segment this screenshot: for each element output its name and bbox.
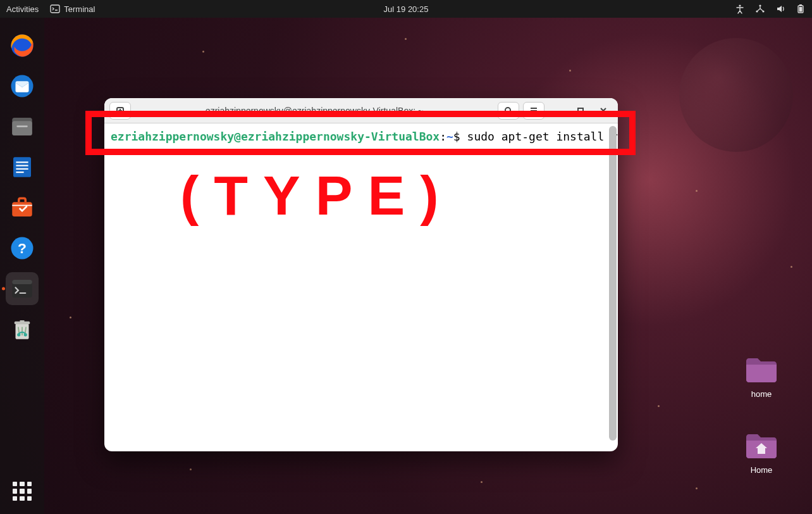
- dock-help[interactable]: ?: [6, 232, 39, 265]
- close-button[interactable]: [594, 102, 613, 120]
- show-applications-button[interactable]: [6, 475, 39, 508]
- maximize-icon: [577, 107, 584, 115]
- maximize-button[interactable]: [571, 102, 590, 120]
- window-title: ezriahzippernowsky@ezriahzippernowsky-Vi…: [131, 106, 498, 116]
- help-icon: ?: [9, 235, 35, 261]
- close-icon: [600, 107, 607, 115]
- folder-icon: [744, 354, 779, 384]
- battery-icon[interactable]: [796, 4, 806, 14]
- titlebar[interactable]: ezriahzippernowsky@ezriahzippernowsky-Vi…: [104, 98, 618, 123]
- running-indicator: [2, 287, 5, 291]
- prompt-path: ~: [446, 130, 453, 143]
- thunderbird-icon: [9, 73, 35, 99]
- dock-trash[interactable]: [6, 313, 39, 346]
- new-tab-button[interactable]: [109, 102, 131, 120]
- dock-files[interactable]: [6, 110, 39, 143]
- svg-rect-0: [51, 5, 59, 13]
- terminal-icon: [50, 4, 60, 14]
- wallpaper-planet: [679, 38, 793, 152]
- files-icon: [9, 113, 35, 140]
- dock-terminal[interactable]: [6, 272, 39, 305]
- search-button[interactable]: [498, 102, 519, 120]
- desktop-folder-label: Home: [736, 465, 787, 475]
- volume-icon[interactable]: [775, 4, 785, 14]
- svg-rect-7: [799, 7, 803, 12]
- minimize-icon: [554, 107, 562, 115]
- terminal-scrollbar[interactable]: [609, 126, 617, 441]
- svg-rect-6: [799, 4, 802, 6]
- svg-rect-17: [16, 172, 23, 173]
- dock-firefox[interactable]: [6, 29, 39, 62]
- terminal-window: ezriahzippernowsky@ezriahzippernowsky-Vi…: [104, 98, 618, 451]
- svg-rect-16: [16, 168, 28, 170]
- app-menu-label: Terminal: [64, 4, 95, 14]
- svg-rect-11: [12, 121, 32, 135]
- dock-writer[interactable]: [6, 151, 39, 184]
- plus-icon: [116, 106, 125, 115]
- svg-rect-12: [16, 125, 28, 127]
- network-icon[interactable]: [755, 4, 765, 14]
- svg-rect-22: [12, 280, 32, 284]
- minimize-button[interactable]: [548, 102, 567, 120]
- svg-point-2: [759, 4, 761, 6]
- svg-point-28: [505, 108, 510, 113]
- firefox-icon: [9, 32, 35, 59]
- clock[interactable]: Jul 19 20:25: [384, 4, 429, 14]
- svg-rect-18: [12, 202, 32, 216]
- svg-rect-14: [16, 161, 28, 163]
- top-bar: Activities Terminal Jul 19 20:25: [0, 0, 812, 18]
- terminal-app-icon: [9, 275, 35, 302]
- dock-software[interactable]: [6, 191, 39, 224]
- app-menu[interactable]: Terminal: [50, 4, 95, 14]
- folder-home-icon: [744, 430, 779, 460]
- apps-grid-icon: [13, 482, 32, 501]
- software-icon: [9, 194, 35, 221]
- search-icon: [504, 106, 513, 115]
- prompt-user-host: ezriahzippernowsky@ezriahzippernowsky-Vi…: [111, 130, 440, 143]
- svg-text:?: ?: [18, 240, 27, 256]
- svg-rect-29: [578, 108, 583, 113]
- svg-rect-15: [16, 165, 28, 166]
- dock: ?: [0, 18, 44, 514]
- dock-thunderbird[interactable]: [6, 70, 39, 103]
- svg-point-1: [739, 4, 741, 6]
- menu-icon: [529, 106, 538, 115]
- trash-icon: [9, 316, 35, 342]
- terminal-prompt-line: ezriahzippernowsky@ezriahzippernowsky-Vi…: [111, 130, 618, 159]
- hamburger-menu-button[interactable]: [523, 102, 544, 120]
- desktop-folder-home-upper[interactable]: Home: [736, 430, 787, 475]
- desktop-folder-label: home: [736, 389, 787, 399]
- accessibility-icon[interactable]: [735, 4, 745, 14]
- activities-button[interactable]: Activities: [6, 4, 39, 14]
- desktop-folder-home-lower[interactable]: home: [736, 354, 787, 399]
- prompt-command: sudo apt-get install rar: [467, 130, 618, 143]
- terminal-body[interactable]: ezriahzippernowsky@ezriahzippernowsky-Vi…: [104, 123, 618, 451]
- svg-rect-13: [13, 157, 31, 177]
- writer-icon: [9, 154, 35, 180]
